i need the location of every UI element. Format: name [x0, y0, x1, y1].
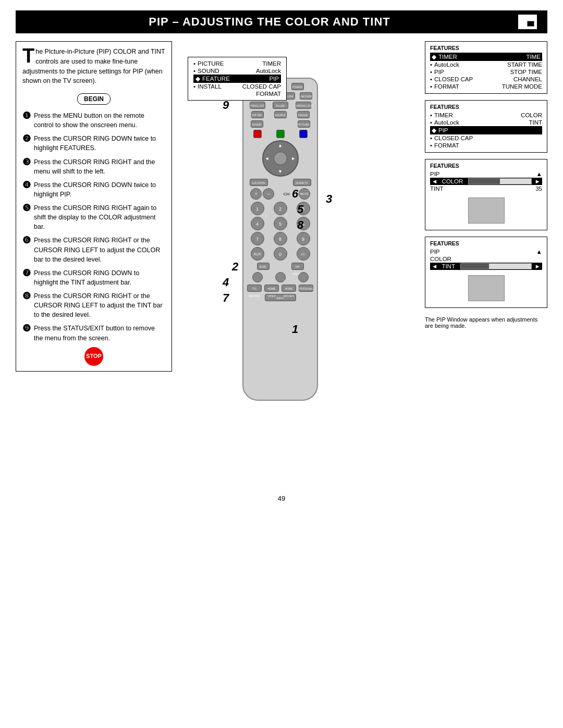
dropcap: T [22, 48, 34, 64]
fp3-color-label: COLOR [442, 178, 463, 184]
remote-btn-2[interactable]: 2 [274, 202, 287, 215]
remote-btn-cc[interactable]: CC [297, 247, 310, 261]
fp4-tint-arrow-right: ► [535, 263, 541, 269]
fp3-row-pip-label: PIP ▲ [430, 170, 542, 178]
remote-btn-freeze[interactable]: FREEZE [297, 111, 310, 118]
remote-step-5: 5 [297, 203, 303, 216]
remote-color-row [247, 130, 314, 138]
remote-menu-row: LOCATION GUIDE/TV [247, 179, 314, 186]
fp4-preview-wrapper [430, 272, 542, 304]
fp3-row-tint: TINT 35 [430, 185, 542, 192]
fp1-timer-label: TIMER [438, 54, 457, 60]
feature-panel-2: FEATURES • TIMER COLOR • AutoLock TINT ◆… [425, 100, 547, 153]
step-4-text: Press the CURSOR RING DOWN twice to high… [34, 180, 165, 199]
fp2-row-closedcap: • CLOSED CAP [430, 134, 542, 142]
fp1-format-label: FORMAT [434, 83, 459, 90]
fp3-row-color: ◄ COLOR ► [430, 178, 542, 185]
remote-btn-8[interactable]: 8 [274, 232, 287, 245]
remote-btn-vol-down[interactable]: – [263, 188, 274, 200]
remote-btn-source[interactable]: SOURCE [274, 111, 287, 118]
cursor-up-arrow[interactable]: ▲ [278, 143, 283, 148]
remote-volch-row: + – CH MUTE [247, 188, 314, 200]
fp2-timer-label: TIMER [434, 112, 453, 118]
remote-btn-guide[interactable]: GUIDE/TV [293, 179, 311, 186]
fp2-pip-label: PIP [438, 127, 448, 133]
fp1-autolock-bullet: • [430, 61, 432, 68]
remote-btn-5[interactable]: 5 [274, 217, 287, 230]
remote-btn-personal[interactable]: PERSONAL [299, 285, 313, 292]
remote-btn-4[interactable]: 4 [251, 217, 264, 230]
remote-btn-0[interactable]: 0 [274, 247, 287, 261]
remote-btn-surf[interactable]: SURF [257, 263, 270, 270]
fp1-autolock-label: AutoLock [434, 61, 459, 68]
remote-btn-mute[interactable]: MUTE [299, 188, 310, 200]
menu-bullet-sound: • [193, 68, 195, 74]
fp4-row-tint: ◄ TINT ► [430, 263, 542, 270]
fp4-pip-preview [468, 275, 505, 301]
menu-bullet-feature: ◆ [195, 75, 200, 82]
cursor-down-arrow[interactable]: ▼ [278, 169, 283, 174]
remote-btn-aux[interactable]: AUX [251, 247, 264, 261]
fp3-color-arrow-left: ◄ [432, 178, 437, 184]
menu-col2-feature: PIP [269, 76, 279, 82]
feature-panel-4: FEATURES PIP ▲ COLOR ◄ TINT [425, 237, 547, 308]
remote-btn-inlink2[interactable]: IN-LINK SOURCE [273, 102, 288, 109]
remote-btn-location[interactable]: LOCATION [250, 179, 268, 186]
remote-btn-pipoff[interactable]: PIP OFF [251, 111, 264, 118]
remote-btn-9[interactable]: 9 [297, 232, 310, 245]
remote-btn-home[interactable]: HOME VIDEO [264, 285, 279, 292]
remote-btn-piponoff[interactable]: PIP ON/OFF [291, 263, 304, 270]
page-title: PIP – ADJUSTING THE COLOR AND TINT [26, 15, 513, 29]
remote-btn-picture[interactable]: PICTURE [298, 120, 310, 128]
step-8-text: Press the CURSOR RING RIGHT or the CURSO… [34, 291, 165, 319]
fp4-color-label: COLOR [430, 256, 451, 262]
fp1-pip-col2: STOP TIME [510, 69, 542, 75]
remote-btn-pip-2[interactable] [275, 272, 286, 282]
fp1-cc-bullet: • [430, 76, 432, 82]
menu-col2-picture: TIMER [262, 60, 281, 67]
remote-btn-vol-up[interactable]: + [250, 188, 262, 200]
instructions-box: The Picture-in-Picture (PIP) COLOR and T… [16, 41, 172, 372]
remote-step-4: 4 [223, 276, 229, 289]
remote-surf-row: SURF PIP ON/OFF [247, 263, 314, 270]
onscreen-menu-1: • PICTURE TIMER • SOUND AutoLock ◆ FEATU… [188, 57, 287, 101]
step-7: ❼ Press the CURSOR RING DOWN to highligh… [22, 268, 165, 287]
remote-btn-red[interactable] [253, 130, 262, 138]
page-container: PIP – ADJUSTING THE COLOR AND TINT The P… [0, 0, 563, 728]
remote-btn-sound[interactable]: SOUND [251, 120, 263, 128]
remote-btn-power[interactable]: POWER [291, 83, 304, 90]
remote-func-row: TTL RECORD HOME VIDEO HOME MOVIES PERSON… [247, 285, 314, 292]
remote-btn-inksurr[interactable]: INKSURR [300, 92, 312, 100]
cursor-outer-ring[interactable]: ▲ ▼ ◄ ► [262, 140, 299, 177]
fp2-al-label: AutoLock [434, 119, 459, 126]
remote-btn-pip-3[interactable] [298, 272, 309, 282]
step-6: ❻ Press the CURSOR RING RIGHT or the CUR… [22, 236, 165, 264]
step-4-num: ❹ [22, 180, 32, 191]
remote-btn-home2[interactable]: HOME MOVIES [282, 285, 296, 292]
fp2-format-label: FORMAT [434, 142, 459, 149]
step-2-text: Press the CURSOR RING DOWN twice to high… [34, 134, 165, 153]
fp1-autolock-col2: START TIME [507, 61, 542, 68]
step-4: ❹ Press the CURSOR RING DOWN twice to hi… [22, 180, 165, 199]
fp1-row-closedcap: • CLOSED CAP CHANNEL [430, 76, 542, 83]
remote-btn-proglist[interactable]: PROG.LIST [250, 102, 265, 109]
remote-btn-green[interactable] [276, 130, 285, 138]
cursor-right-arrow[interactable]: ► [291, 156, 296, 161]
fp1-cc-col2: CHANNEL [513, 76, 542, 82]
step-7-num: ❼ [22, 268, 32, 279]
fp4-tint-label: TINT [442, 263, 455, 269]
remote-btn-openclose[interactable]: OPEN/CLOSE [296, 102, 311, 109]
remote-btn-1[interactable]: 1 [251, 202, 264, 215]
remote-btn-ttl[interactable]: TTL RECORD [247, 285, 262, 292]
fp3-color-bar [468, 178, 531, 184]
remote-btn-pip-1[interactable] [252, 272, 263, 282]
remote-btn-7[interactable]: 7 [251, 232, 264, 245]
menu-item-feature: ◆ FEATURE PIP [193, 75, 281, 83]
step-3-num: ❸ [22, 157, 32, 168]
cursor-center-btn[interactable] [274, 152, 287, 165]
intro-text: The Picture-in-Picture (PIP) COLOR and T… [22, 47, 165, 86]
cursor-left-arrow[interactable]: ◄ [265, 156, 270, 161]
main-content: The Picture-in-Picture (PIP) COLOR and T… [16, 41, 547, 484]
fp4-row-color: COLOR [430, 255, 542, 263]
remote-btn-blue[interactable] [299, 130, 308, 138]
